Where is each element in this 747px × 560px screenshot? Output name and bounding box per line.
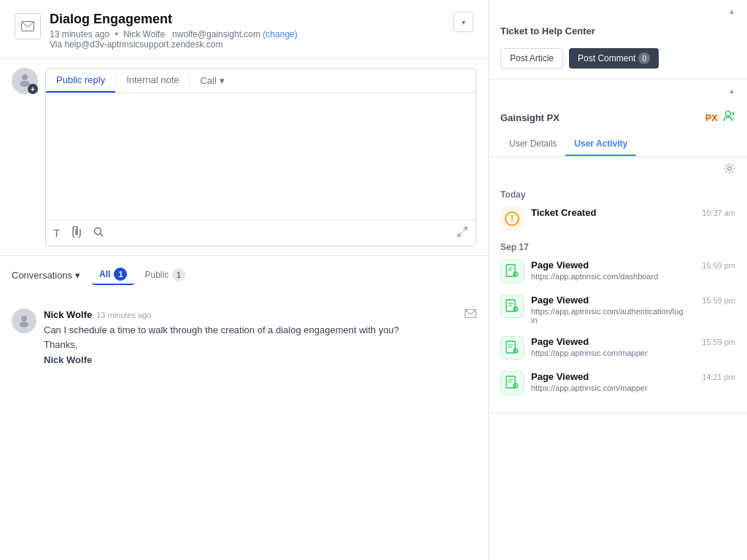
- svg-point-11: [728, 167, 732, 171]
- help-center-buttons: Post Article Post Comment 0: [489, 42, 747, 79]
- filter-tab-all[interactable]: All 1: [92, 265, 134, 285]
- warning-icon: !: [500, 207, 524, 230]
- email-icon: [15, 13, 41, 39]
- gainsight-title: Gainsight PX: [500, 112, 560, 123]
- page-view-icon: [500, 371, 524, 394]
- gainsight-section-collapse[interactable]: ▲: [489, 79, 747, 102]
- public-badge: 1: [172, 268, 185, 281]
- gainsight-section: Gainsight PX PX User Details User Activi…: [489, 102, 747, 413]
- change-link[interactable]: (change): [263, 29, 297, 39]
- svg-point-10: [726, 112, 731, 117]
- gainsight-chevron-up-icon: ▲: [728, 87, 735, 95]
- header-meta: 13 minutes ago • Nick Wolfe nwolfe@gains…: [50, 29, 298, 50]
- activity-time: 15:59 pm: [692, 261, 735, 270]
- right-panel-chevron-up-icon: ▲: [728, 7, 735, 15]
- message-avatar: [12, 308, 36, 333]
- filter-tabs: All 1 Public 1: [92, 265, 193, 285]
- message-email-icon[interactable]: [465, 308, 476, 320]
- attach-icon[interactable]: [71, 226, 82, 240]
- avatar: +: [12, 68, 38, 94]
- activity-time: 14:21 pm: [692, 373, 735, 381]
- page-title: Dialog Engagement: [50, 12, 298, 27]
- meta-via: Via help@d3v-aptrinsicsupport.zendesk.co…: [50, 39, 222, 50]
- all-badge: 1: [114, 268, 127, 281]
- filter-tab-public[interactable]: Public 1: [137, 265, 193, 285]
- tab-public-reply[interactable]: Public reply: [46, 69, 115, 93]
- svg-line-4: [101, 234, 104, 237]
- ticket-help-center-title: Ticket to Help Center: [500, 26, 735, 36]
- activity-time: 15:59 pm: [692, 296, 735, 305]
- px-badge: PX: [705, 112, 718, 123]
- header-chevron-button[interactable]: ▾: [453, 12, 473, 32]
- message-time: 13 minutes ago: [96, 311, 151, 319]
- tab-call[interactable]: Call ▾: [190, 69, 234, 93]
- user-activity-icon: [722, 109, 735, 125]
- call-chevron-icon: ▾: [220, 75, 225, 86]
- message-thanks: Thanks,: [44, 338, 476, 352]
- activity-feed: Today ! Ticket Created 10:37 am Sep 17: [489, 179, 747, 412]
- post-comment-button[interactable]: Post Comment 0: [569, 48, 659, 69]
- right-panel: ▲ Ticket to Help Center Post Article Pos…: [489, 0, 747, 560]
- activity-url: https://app.aptrinsic.com/mapper: [531, 384, 684, 392]
- message-signature: Nick Wolfe: [44, 354, 476, 365]
- table-row: Nick Wolfe 13 minutes ago Can I schedule…: [12, 300, 476, 374]
- tab-user-details[interactable]: User Details: [500, 133, 565, 156]
- message-list: Nick Wolfe 13 minutes ago Can I schedule…: [0, 291, 488, 383]
- activity-title: Page Viewed: [531, 260, 684, 271]
- post-article-button[interactable]: Post Article: [500, 48, 563, 69]
- svg-point-23: [515, 385, 516, 386]
- gainsight-tabs: User Details User Activity: [489, 133, 747, 157]
- page-view-icon: [500, 336, 524, 359]
- svg-point-14: [515, 273, 516, 275]
- svg-point-8: [20, 322, 28, 327]
- conversations-label[interactable]: Conversations ▾: [12, 270, 80, 281]
- activity-url: https://app.aptrinsic.com/mapper: [531, 349, 684, 357]
- svg-point-1: [22, 74, 28, 80]
- conversations-chevron-icon: ▾: [75, 270, 80, 281]
- conversations-section: Conversations ▾ All 1 Public 1: [0, 256, 488, 291]
- activity-title: Ticket Created: [531, 207, 684, 218]
- activity-time: 15:59 pm: [692, 338, 735, 346]
- activity-url: https://app.aptrinsic.com/authentication…: [531, 307, 684, 324]
- activity-url: https://app.aptrinsic.com/dashboard: [531, 272, 684, 281]
- message-body: Can I schedule a time to walk through th…: [44, 323, 476, 338]
- page-view-icon: [500, 295, 524, 318]
- reply-textarea[interactable]: [46, 93, 476, 217]
- svg-point-20: [515, 350, 516, 351]
- ticket-help-center-section: Ticket to Help Center Post Article Post …: [489, 23, 747, 79]
- meta-email: nwolfe@gainsight.com: [172, 29, 260, 39]
- message-author: Nick Wolfe: [44, 309, 92, 320]
- list-item: Page Viewed https://app.aptrinsic.com/da…: [500, 260, 735, 283]
- sep17-label: Sep 17: [500, 242, 735, 252]
- right-panel-collapse-header[interactable]: ▲: [489, 0, 747, 23]
- svg-point-3: [95, 228, 101, 235]
- list-item: ! Ticket Created 10:37 am: [500, 207, 735, 230]
- list-item: Page Viewed https://app.aptrinsic.com/au…: [500, 295, 735, 324]
- activity-title: Page Viewed: [531, 336, 684, 347]
- search-icon[interactable]: [93, 227, 104, 239]
- svg-point-7: [21, 316, 27, 322]
- tab-internal-note[interactable]: Internal note: [116, 69, 189, 93]
- list-item: Page Viewed https://app.aptrinsic.com/ma…: [500, 336, 735, 359]
- activity-time: 10:37 am: [692, 209, 735, 217]
- svg-point-17: [515, 308, 516, 310]
- tab-user-activity[interactable]: User Activity: [565, 133, 636, 156]
- today-label: Today: [500, 190, 735, 200]
- gear-icon[interactable]: [724, 163, 735, 176]
- reply-box: Public reply Internal note Call ▾ T: [45, 68, 476, 246]
- expand-icon[interactable]: [457, 226, 468, 240]
- post-comment-badge: 0: [638, 52, 650, 64]
- page-view-icon: [500, 260, 524, 283]
- meta-time: 13 minutes ago: [50, 29, 109, 39]
- message-content: Nick Wolfe 13 minutes ago Can I schedule…: [44, 308, 476, 365]
- format-text-icon[interactable]: T: [53, 227, 60, 239]
- avatar-add-icon: +: [28, 84, 38, 94]
- activity-title: Page Viewed: [531, 371, 684, 382]
- activity-title: Page Viewed: [531, 295, 684, 306]
- meta-user: Nick Wolfe: [123, 29, 165, 39]
- list-item: Page Viewed https://app.aptrinsic.com/ma…: [500, 371, 735, 394]
